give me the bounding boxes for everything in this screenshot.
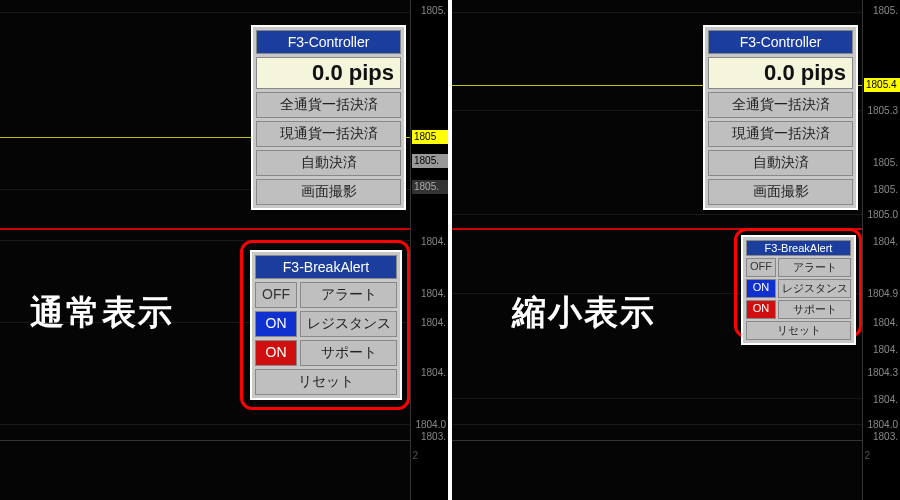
reset-button[interactable]: リセット xyxy=(255,369,397,395)
caption-compact: 縮小表示 xyxy=(512,290,656,336)
axis-tick: 1804.9 xyxy=(867,289,898,299)
price-tag-yellow: 1805.4 xyxy=(864,78,900,92)
breakalert-row-support: ON サポート xyxy=(746,300,851,319)
axis-tick: 1803. xyxy=(421,432,446,442)
axis-tick: 1804. xyxy=(421,318,446,328)
axis-tick: 1805. xyxy=(873,185,898,195)
label-resistance[interactable]: レジスタンス xyxy=(778,279,851,298)
toggle-alert[interactable]: OFF xyxy=(255,282,297,308)
toggle-support[interactable]: ON xyxy=(746,300,776,319)
grid-line xyxy=(452,424,862,425)
axis-tick: 1804. xyxy=(421,289,446,299)
axis-tick: 1805. xyxy=(873,158,898,168)
price-tag-yellow: 1805 xyxy=(412,130,448,144)
grid-line xyxy=(0,240,410,241)
panel-normal: 1805. 1805. 1805. 1804. 1804. 1804. 1804… xyxy=(0,0,448,500)
caption-normal: 通常表示 xyxy=(30,290,174,336)
sub-panel xyxy=(452,440,862,500)
axis-tick: 1804. xyxy=(421,237,446,247)
auto-close-button[interactable]: 自動決済 xyxy=(708,150,853,176)
auto-close-button[interactable]: 自動決済 xyxy=(256,150,401,176)
axis-tick: 1804. xyxy=(873,318,898,328)
axis-tick: 1803. xyxy=(873,432,898,442)
label-resistance[interactable]: レジスタンス xyxy=(300,311,397,337)
toggle-resistance[interactable]: ON xyxy=(255,311,297,337)
close-all-button[interactable]: 全通貨一括決済 xyxy=(256,92,401,118)
breakalert-window-compact: F3-BreakAlert OFF アラート ON レジスタンス ON サポート… xyxy=(741,235,856,345)
reset-button[interactable]: リセット xyxy=(746,321,851,340)
controller-window: F3-Controller 0.0 pips 全通貨一括決済 現通貨一括決済 自… xyxy=(251,25,406,210)
axis-tick: 1805.0 xyxy=(867,210,898,220)
controller-title: F3-Controller xyxy=(708,30,853,54)
toggle-alert[interactable]: OFF xyxy=(746,258,776,277)
breakalert-row-support: ON サポート xyxy=(255,340,397,366)
axis-sub-num: 2 xyxy=(864,450,870,461)
axis-tick: 1805. xyxy=(421,6,446,16)
pips-display: 0.0 pips xyxy=(708,57,853,89)
close-all-button[interactable]: 全通貨一括決済 xyxy=(708,92,853,118)
breakalert-row-alert: OFF アラート xyxy=(746,258,851,277)
breakalert-row-resistance: ON レジスタンス xyxy=(255,311,397,337)
breakalert-row-alert: OFF アラート xyxy=(255,282,397,308)
screenshot-button[interactable]: 画面撮影 xyxy=(708,179,853,205)
breakalert-title: F3-BreakAlert xyxy=(255,255,397,279)
axis-tick: 1804. xyxy=(873,345,898,355)
grid-line xyxy=(452,214,862,215)
close-current-button[interactable]: 現通貨一括決済 xyxy=(708,121,853,147)
price-tag-gray: 1805. xyxy=(412,154,448,168)
grid-line xyxy=(452,12,862,13)
axis-tick: 1804. xyxy=(873,237,898,247)
axis-tick: 1805. xyxy=(873,6,898,16)
label-support[interactable]: サポート xyxy=(778,300,851,319)
pips-display: 0.0 pips xyxy=(256,57,401,89)
panel-compact: 1805. 1805.3 1805. 1805. 1805.0 1804. 18… xyxy=(452,0,900,500)
sub-panel xyxy=(0,440,410,500)
breakalert-window: F3-BreakAlert OFF アラート ON レジスタンス ON サポート… xyxy=(250,250,402,400)
axis-tick: 1805.3 xyxy=(867,106,898,116)
axis-tick: 1804.0 xyxy=(867,420,898,430)
close-current-button[interactable]: 現通貨一括決済 xyxy=(256,121,401,147)
axis-tick: 1804. xyxy=(873,395,898,405)
toggle-resistance[interactable]: ON xyxy=(746,279,776,298)
controller-window: F3-Controller 0.0 pips 全通貨一括決済 現通貨一括決済 自… xyxy=(703,25,858,210)
price-axis: 1805. 1805.3 1805. 1805. 1805.0 1804. 18… xyxy=(862,0,900,500)
grid-line xyxy=(0,12,410,13)
axis-tick: 1804.3 xyxy=(867,368,898,378)
price-line-red xyxy=(452,228,862,230)
price-axis: 1805. 1805. 1805. 1804. 1804. 1804. 1804… xyxy=(410,0,448,500)
controller-title: F3-Controller xyxy=(256,30,401,54)
breakalert-row-resistance: ON レジスタンス xyxy=(746,279,851,298)
label-support[interactable]: サポート xyxy=(300,340,397,366)
grid-line xyxy=(452,398,862,399)
toggle-support[interactable]: ON xyxy=(255,340,297,366)
axis-sub-num: 2 xyxy=(412,450,418,461)
label-alert[interactable]: アラート xyxy=(778,258,851,277)
axis-tick: 1804. xyxy=(421,368,446,378)
screenshot-button[interactable]: 画面撮影 xyxy=(256,179,401,205)
breakalert-row-reset: リセット xyxy=(255,369,397,395)
axis-tick: 1804.0 xyxy=(415,420,446,430)
price-line-red xyxy=(0,228,410,230)
label-alert[interactable]: アラート xyxy=(300,282,397,308)
price-tag-dark: 1805. xyxy=(412,180,448,194)
breakalert-title: F3-BreakAlert xyxy=(746,240,851,256)
grid-line xyxy=(0,424,410,425)
breakalert-row-reset: リセット xyxy=(746,321,851,340)
